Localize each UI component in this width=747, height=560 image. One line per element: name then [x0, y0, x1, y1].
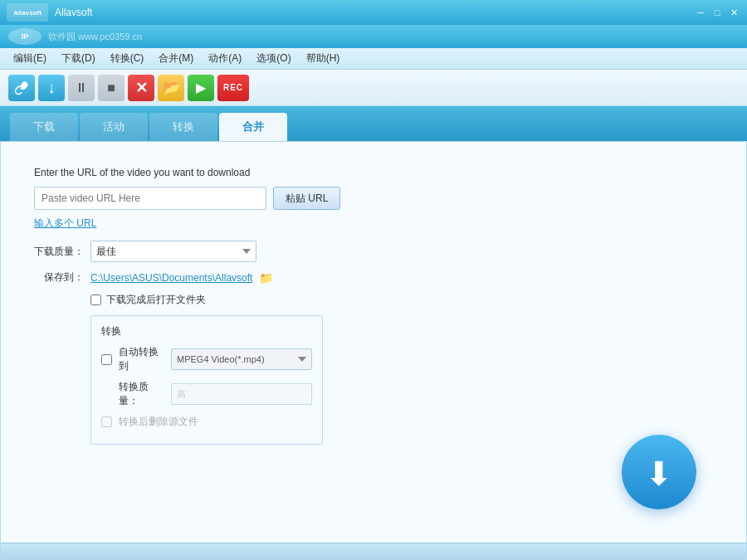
auto-convert-row: 自动转换到 MPEG4 Video(*.mp4) AVI Video(*.avi… [101, 345, 312, 373]
menu-bar: 编辑(E) 下载(D) 转换(C) 合并(M) 动作(A) 选项(O) 帮助(H… [0, 48, 747, 70]
tab-convert[interactable]: 转换 [149, 113, 217, 141]
convert-quality-label: 转换质量： [119, 380, 164, 408]
open-folder-row: 下载完成后打开文件夹 [34, 293, 713, 307]
tabs-bar: 下载 活动 转换 合并 [0, 106, 747, 141]
save-path-link[interactable]: C:\Users\ASUS\Documents\Allavsoft [90, 272, 252, 284]
download-button-container: ⬇ [622, 435, 696, 509]
window-controls: ─ □ ✕ [694, 6, 740, 19]
app-logo: Allavsoft [7, 3, 48, 22]
app-title: Allavsoft [55, 7, 92, 18]
auto-convert-label: 自动转换到 [119, 345, 164, 373]
menu-help[interactable]: 帮助(H) [300, 49, 347, 68]
minimize-button[interactable]: ─ [694, 6, 707, 19]
auto-convert-checkbox[interactable] [101, 354, 112, 365]
play-button[interactable]: ▶ [188, 75, 214, 101]
link-button[interactable] [8, 75, 35, 101]
status-bar [1, 543, 746, 559]
menu-action[interactable]: 动作(A) [202, 49, 248, 68]
open-folder-label: 下载完成后打开文件夹 [106, 293, 206, 307]
quality-row: 下载质量： 最佳 高 中 低 [34, 241, 713, 262]
convert-section-title: 转换 [101, 324, 312, 338]
pause-button[interactable]: ⏸ [68, 75, 95, 101]
download-arrow-icon: ⬇ [645, 457, 673, 490]
watermark-bar: IP 软件园 www.pc0359.cn [0, 25, 747, 48]
cancel-button[interactable]: ✕ [128, 75, 154, 101]
delete-source-label: 转换后删除源文件 [119, 415, 198, 429]
menu-edit[interactable]: 编辑(E) [7, 49, 53, 68]
main-content: Enter the URL of the video you want to d… [0, 141, 747, 560]
add-download-button[interactable]: ↓ [38, 75, 65, 101]
quality-select[interactable]: 最佳 高 中 低 [90, 241, 256, 262]
url-section-label: Enter the URL of the video you want to d… [34, 167, 713, 178]
download-circle-button[interactable]: ⬇ [622, 435, 696, 509]
toolbar: ↓ ⏸ ■ ✕ 📂 ▶ REC [0, 70, 747, 106]
rec-button[interactable]: REC [217, 75, 249, 101]
convert-quality-select[interactable]: 高 中 低 [171, 383, 312, 405]
open-folder-button[interactable]: 📂 [158, 75, 184, 101]
menu-convert[interactable]: 转换(C) [104, 49, 151, 68]
title-bar-left: Allavsoft Allavsoft [7, 3, 92, 22]
save-path-row: 保存到： C:\Users\ASUS\Documents\Allavsoft 📁 [34, 270, 713, 285]
menu-options[interactable]: 选项(O) [250, 49, 297, 68]
multi-url-link[interactable]: 输入多个 URL [34, 217, 713, 231]
close-button[interactable]: ✕ [727, 6, 740, 19]
url-input[interactable] [34, 187, 266, 210]
menu-merge[interactable]: 合并(M) [152, 49, 200, 68]
convert-quality-row: 转换质量： 高 中 低 [101, 380, 312, 408]
quality-label: 下载质量： [34, 245, 84, 259]
url-row: 粘贴 URL [34, 187, 713, 210]
menu-download[interactable]: 下载(D) [55, 49, 102, 68]
tab-activity[interactable]: 活动 [80, 113, 148, 141]
stop-button[interactable]: ■ [98, 75, 124, 101]
save-label: 保存到： [34, 270, 84, 285]
title-bar: Allavsoft Allavsoft ─ □ ✕ [0, 0, 747, 25]
convert-format-select[interactable]: MPEG4 Video(*.mp4) AVI Video(*.avi) MP3 … [171, 348, 312, 370]
maximize-button[interactable]: □ [710, 6, 724, 19]
watermark-text: 软件园 www.pc0359.cn [48, 31, 142, 43]
tab-download[interactable]: 下载 [10, 113, 78, 141]
open-folder-checkbox[interactable] [90, 295, 101, 305]
delete-source-checkbox[interactable] [101, 416, 112, 427]
convert-section: 转换 自动转换到 MPEG4 Video(*.mp4) AVI Video(*.… [90, 315, 323, 445]
paste-url-button[interactable]: 粘贴 URL [273, 187, 340, 210]
logo-circle: IP [8, 28, 42, 45]
save-folder-icon[interactable]: 📁 [259, 271, 273, 285]
delete-source-row: 转换后删除源文件 [101, 415, 312, 429]
tab-merge[interactable]: 合并 [219, 113, 287, 141]
